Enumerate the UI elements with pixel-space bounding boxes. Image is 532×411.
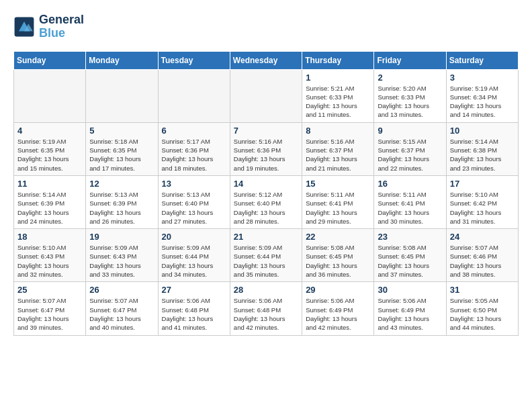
day-cell: 23Sunrise: 5:08 AM Sunset: 6:45 PM Dayli… xyxy=(374,229,446,282)
logo-icon xyxy=(13,16,35,38)
day-cell: 7Sunrise: 5:16 AM Sunset: 6:36 PM Daylig… xyxy=(230,122,302,175)
day-info: Sunrise: 5:13 AM Sunset: 6:40 PM Dayligh… xyxy=(162,190,226,226)
day-number: 22 xyxy=(306,232,370,242)
day-info: Sunrise: 5:19 AM Sunset: 6:34 PM Dayligh… xyxy=(450,84,515,120)
page-header: General Blue xyxy=(13,13,519,40)
day-cell xyxy=(158,69,230,122)
day-cell: 16Sunrise: 5:11 AM Sunset: 6:41 PM Dayli… xyxy=(374,175,446,228)
day-cell: 4Sunrise: 5:19 AM Sunset: 6:35 PM Daylig… xyxy=(14,122,86,175)
logo: General Blue xyxy=(13,13,84,40)
day-info: Sunrise: 5:06 AM Sunset: 6:49 PM Dayligh… xyxy=(378,296,442,332)
day-number: 26 xyxy=(89,285,154,295)
day-number: 5 xyxy=(89,126,154,136)
day-info: Sunrise: 5:06 AM Sunset: 6:48 PM Dayligh… xyxy=(234,296,298,332)
day-cell: 10Sunrise: 5:14 AM Sunset: 6:38 PM Dayli… xyxy=(446,122,518,175)
calendar-table: SundayMondayTuesdayWednesdayThursdayFrid… xyxy=(13,51,519,336)
day-info: Sunrise: 5:09 AM Sunset: 6:44 PM Dayligh… xyxy=(162,243,226,279)
day-cell: 27Sunrise: 5:06 AM Sunset: 6:48 PM Dayli… xyxy=(158,282,230,335)
day-cell xyxy=(86,69,158,122)
day-cell: 22Sunrise: 5:08 AM Sunset: 6:45 PM Dayli… xyxy=(302,229,374,282)
day-info: Sunrise: 5:16 AM Sunset: 6:36 PM Dayligh… xyxy=(234,137,298,173)
day-number: 10 xyxy=(450,126,515,136)
day-number: 18 xyxy=(17,232,82,242)
day-info: Sunrise: 5:20 AM Sunset: 6:33 PM Dayligh… xyxy=(378,84,442,120)
day-number: 17 xyxy=(450,179,515,189)
week-row-2: 4Sunrise: 5:19 AM Sunset: 6:35 PM Daylig… xyxy=(14,122,519,175)
day-cell: 18Sunrise: 5:10 AM Sunset: 6:43 PM Dayli… xyxy=(14,229,86,282)
day-number: 19 xyxy=(89,232,154,242)
day-cell: 31Sunrise: 5:05 AM Sunset: 6:50 PM Dayli… xyxy=(446,282,518,335)
day-number: 30 xyxy=(378,285,442,295)
day-number: 9 xyxy=(378,126,442,136)
week-row-3: 11Sunrise: 5:14 AM Sunset: 6:39 PM Dayli… xyxy=(14,175,519,228)
day-cell: 6Sunrise: 5:17 AM Sunset: 6:36 PM Daylig… xyxy=(158,122,230,175)
header-friday: Friday xyxy=(374,51,446,69)
day-info: Sunrise: 5:11 AM Sunset: 6:41 PM Dayligh… xyxy=(378,190,442,226)
day-info: Sunrise: 5:06 AM Sunset: 6:49 PM Dayligh… xyxy=(306,296,370,332)
calendar-body: 1Sunrise: 5:21 AM Sunset: 6:33 PM Daylig… xyxy=(14,69,519,335)
day-info: Sunrise: 5:18 AM Sunset: 6:35 PM Dayligh… xyxy=(89,137,154,173)
day-number: 21 xyxy=(234,232,298,242)
day-info: Sunrise: 5:16 AM Sunset: 6:37 PM Dayligh… xyxy=(306,137,370,173)
header-sunday: Sunday xyxy=(14,51,86,69)
day-cell: 29Sunrise: 5:06 AM Sunset: 6:49 PM Dayli… xyxy=(302,282,374,335)
day-info: Sunrise: 5:07 AM Sunset: 6:47 PM Dayligh… xyxy=(89,296,154,332)
day-number: 29 xyxy=(306,285,370,295)
week-row-4: 18Sunrise: 5:10 AM Sunset: 6:43 PM Dayli… xyxy=(14,229,519,282)
day-info: Sunrise: 5:08 AM Sunset: 6:45 PM Dayligh… xyxy=(306,243,370,279)
day-cell: 3Sunrise: 5:19 AM Sunset: 6:34 PM Daylig… xyxy=(446,69,518,122)
day-cell: 26Sunrise: 5:07 AM Sunset: 6:47 PM Dayli… xyxy=(86,282,158,335)
day-info: Sunrise: 5:11 AM Sunset: 6:41 PM Dayligh… xyxy=(306,190,370,226)
day-info: Sunrise: 5:05 AM Sunset: 6:50 PM Dayligh… xyxy=(450,296,515,332)
day-number: 23 xyxy=(378,232,442,242)
day-number: 27 xyxy=(162,285,226,295)
day-number: 15 xyxy=(306,179,370,189)
day-info: Sunrise: 5:06 AM Sunset: 6:48 PM Dayligh… xyxy=(162,296,226,332)
day-info: Sunrise: 5:09 AM Sunset: 6:44 PM Dayligh… xyxy=(234,243,298,279)
day-cell: 2Sunrise: 5:20 AM Sunset: 6:33 PM Daylig… xyxy=(374,69,446,122)
header-monday: Monday xyxy=(86,51,158,69)
day-number: 6 xyxy=(162,126,226,136)
day-info: Sunrise: 5:07 AM Sunset: 6:46 PM Dayligh… xyxy=(450,243,515,279)
day-info: Sunrise: 5:21 AM Sunset: 6:33 PM Dayligh… xyxy=(306,84,370,120)
day-cell xyxy=(230,69,302,122)
day-info: Sunrise: 5:08 AM Sunset: 6:45 PM Dayligh… xyxy=(378,243,442,279)
week-row-1: 1Sunrise: 5:21 AM Sunset: 6:33 PM Daylig… xyxy=(14,69,519,122)
day-number: 25 xyxy=(17,285,82,295)
day-cell: 30Sunrise: 5:06 AM Sunset: 6:49 PM Dayli… xyxy=(374,282,446,335)
day-cell: 17Sunrise: 5:10 AM Sunset: 6:42 PM Dayli… xyxy=(446,175,518,228)
day-info: Sunrise: 5:15 AM Sunset: 6:37 PM Dayligh… xyxy=(378,137,442,173)
day-cell: 20Sunrise: 5:09 AM Sunset: 6:44 PM Dayli… xyxy=(158,229,230,282)
day-cell: 13Sunrise: 5:13 AM Sunset: 6:40 PM Dayli… xyxy=(158,175,230,228)
day-number: 3 xyxy=(450,73,515,83)
header-tuesday: Tuesday xyxy=(158,51,230,69)
day-number: 16 xyxy=(378,179,442,189)
day-number: 1 xyxy=(306,73,370,83)
day-cell: 9Sunrise: 5:15 AM Sunset: 6:37 PM Daylig… xyxy=(374,122,446,175)
day-info: Sunrise: 5:14 AM Sunset: 6:38 PM Dayligh… xyxy=(450,137,515,173)
day-cell: 19Sunrise: 5:09 AM Sunset: 6:43 PM Dayli… xyxy=(86,229,158,282)
header-wednesday: Wednesday xyxy=(230,51,302,69)
day-number: 11 xyxy=(17,179,82,189)
day-cell: 24Sunrise: 5:07 AM Sunset: 6:46 PM Dayli… xyxy=(446,229,518,282)
day-cell: 11Sunrise: 5:14 AM Sunset: 6:39 PM Dayli… xyxy=(14,175,86,228)
day-number: 20 xyxy=(162,232,226,242)
day-cell: 14Sunrise: 5:12 AM Sunset: 6:40 PM Dayli… xyxy=(230,175,302,228)
day-number: 14 xyxy=(234,179,298,189)
calendar-header-row: SundayMondayTuesdayWednesdayThursdayFrid… xyxy=(14,51,519,69)
logo-text: General Blue xyxy=(39,13,84,40)
day-cell: 12Sunrise: 5:13 AM Sunset: 6:39 PM Dayli… xyxy=(86,175,158,228)
day-cell: 1Sunrise: 5:21 AM Sunset: 6:33 PM Daylig… xyxy=(302,69,374,122)
day-cell: 8Sunrise: 5:16 AM Sunset: 6:37 PM Daylig… xyxy=(302,122,374,175)
header-saturday: Saturday xyxy=(446,51,518,69)
day-info: Sunrise: 5:12 AM Sunset: 6:40 PM Dayligh… xyxy=(234,190,298,226)
day-number: 24 xyxy=(450,232,515,242)
day-info: Sunrise: 5:10 AM Sunset: 6:43 PM Dayligh… xyxy=(17,243,82,279)
day-number: 12 xyxy=(89,179,154,189)
day-number: 31 xyxy=(450,285,515,295)
week-row-5: 25Sunrise: 5:07 AM Sunset: 6:47 PM Dayli… xyxy=(14,282,519,335)
day-number: 2 xyxy=(378,73,442,83)
day-info: Sunrise: 5:14 AM Sunset: 6:39 PM Dayligh… xyxy=(17,190,82,226)
header-thursday: Thursday xyxy=(302,51,374,69)
day-info: Sunrise: 5:10 AM Sunset: 6:42 PM Dayligh… xyxy=(450,190,515,226)
